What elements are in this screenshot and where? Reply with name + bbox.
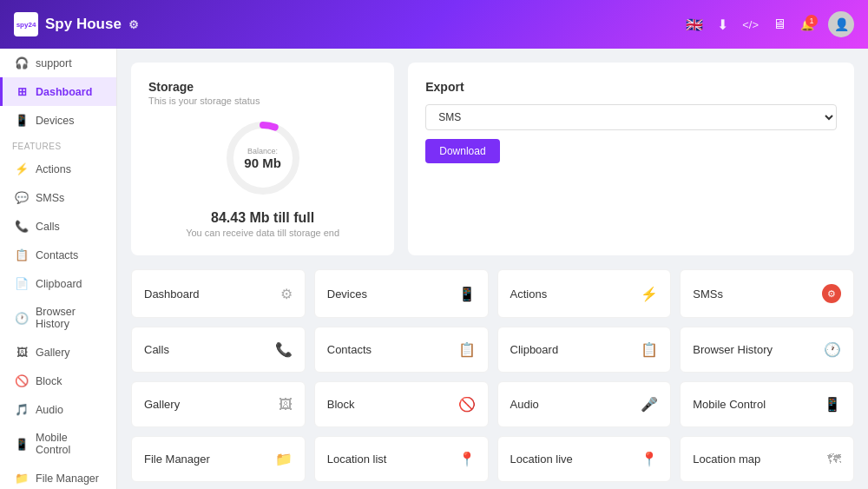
feature-card-location-live[interactable]: Location live 📍 xyxy=(497,436,672,482)
feature-card-smss[interactable]: SMSs ⚙ xyxy=(680,269,854,318)
dashboard-card-icon: ⚙ xyxy=(280,286,293,302)
file-manager-card-icon: 📁 xyxy=(275,451,293,467)
download-icon[interactable]: ⬇ xyxy=(717,17,728,33)
feature-card-actions[interactable]: Actions ⚡ xyxy=(497,269,672,318)
feature-card-location-list[interactable]: Location list 📍 xyxy=(314,436,489,482)
contacts-card-icon: 📋 xyxy=(458,341,476,358)
avatar-icon: 👤 xyxy=(834,17,849,31)
sidebar-item-audio[interactable]: 🎵 Audio xyxy=(0,395,116,424)
calls-card-icon: 📞 xyxy=(275,341,293,358)
feature-card-browser-history[interactable]: Browser History 🕐 xyxy=(680,327,854,373)
block-card-icon: 🚫 xyxy=(458,396,476,413)
sidebar-block-label: Block xyxy=(36,375,62,387)
export-select[interactable]: SMS Calls Contacts Browser History xyxy=(425,104,837,130)
gallery-icon: 🖼 xyxy=(15,346,29,359)
balance-label: Balance: xyxy=(244,147,281,155)
sidebar-item-mobile-control[interactable]: 📱 Mobile Control xyxy=(0,424,116,464)
location-map-card-icon: 🗺 xyxy=(827,452,841,467)
sidebar-item-clipboard[interactable]: 📄 Clipboard xyxy=(0,269,116,298)
sidebar-item-block[interactable]: 🚫 Block xyxy=(0,367,116,395)
header: spy24 Spy House ⚙ 🇬🇧 ⬇ </> 🖥 🔔 1 👤 xyxy=(0,0,868,49)
sidebar-dashboard-label: Dashboard xyxy=(36,86,92,98)
sidebar-item-devices[interactable]: 📱 Devices xyxy=(0,106,116,135)
sidebar: 🎧 support ⊞ Dashboard 📱 Devices FEATURES… xyxy=(0,49,117,489)
sidebar-item-smss[interactable]: 💬 SMSs xyxy=(0,183,116,212)
sidebar-item-dashboard[interactable]: ⊞ Dashboard xyxy=(0,77,116,106)
download-button[interactable]: Download xyxy=(425,139,499,163)
feature-card-clipboard[interactable]: Clipboard 📋 xyxy=(497,327,672,373)
calls-icon: 📞 xyxy=(15,220,29,233)
clipboard-card-icon: 📋 xyxy=(641,341,658,358)
sidebar-actions-label: Actions xyxy=(36,163,71,175)
storage-text: 84.43 Mb till full You can receive data … xyxy=(186,210,339,238)
features-section-label: FEATURES xyxy=(0,135,116,155)
devices-card-icon: 📱 xyxy=(458,286,476,302)
block-icon: 🚫 xyxy=(15,374,29,387)
sidebar-clipboard-label: Clipboard xyxy=(36,278,82,290)
sidebar-item-contacts[interactable]: 📋 Contacts xyxy=(0,241,116,269)
flag-icon[interactable]: 🇬🇧 xyxy=(686,17,703,33)
sidebar-item-support[interactable]: 🎧 support xyxy=(0,49,116,77)
export-title: Export xyxy=(425,80,837,94)
sidebar-file-manager-label: File Manager xyxy=(36,472,99,485)
sidebar-browser-history-label: Browser History xyxy=(36,306,104,330)
location-list-card-icon: 📍 xyxy=(458,451,476,467)
balance-value: 90 Mb xyxy=(244,155,281,170)
storage-card: Storage This is your storage status Bala… xyxy=(131,63,394,255)
header-gear-icon[interactable]: ⚙ xyxy=(128,18,139,31)
mb-full-text: 84.43 Mb till full xyxy=(186,210,339,226)
sidebar-contacts-label: Contacts xyxy=(36,249,78,261)
app-name: Spy House xyxy=(45,16,122,33)
browser-history-card-icon: 🕐 xyxy=(824,341,841,358)
top-cards-row: Storage This is your storage status Bala… xyxy=(131,63,854,255)
sidebar-support-label: support xyxy=(36,57,72,69)
receive-text: You can receive data till storage end xyxy=(186,228,339,238)
storage-visual: Balance: 90 Mb 84.43 Mb till full You ca… xyxy=(148,115,377,238)
sidebar-smss-label: SMSs xyxy=(36,192,64,204)
sidebar-item-file-manager[interactable]: 📁 File Manager xyxy=(0,464,116,489)
feature-card-file-manager[interactable]: File Manager 📁 xyxy=(131,436,306,482)
storage-title: Storage xyxy=(148,80,377,94)
sidebar-audio-label: Audio xyxy=(36,404,63,416)
feature-grid: Dashboard ⚙ Devices 📱 Actions ⚡ SMSs ⚙ C… xyxy=(131,269,854,489)
user-avatar[interactable]: 👤 xyxy=(828,11,854,37)
feature-card-audio[interactable]: Audio 🎤 xyxy=(497,381,672,427)
notification-bell[interactable]: 🔔 1 xyxy=(800,18,814,31)
storage-subtitle: This is your storage status xyxy=(148,96,377,106)
storage-donut: Balance: 90 Mb xyxy=(220,115,306,202)
sidebar-item-browser-history[interactable]: 🕐 Browser History xyxy=(0,298,116,338)
sidebar-calls-label: Calls xyxy=(36,221,60,233)
feature-card-location-map[interactable]: Location map 🗺 xyxy=(680,436,854,482)
sidebar-devices-label: Devices xyxy=(36,115,74,127)
location-live-card-icon: 📍 xyxy=(641,451,658,467)
mobile-control-card-icon: 📱 xyxy=(824,396,841,413)
file-manager-icon: 📁 xyxy=(15,472,29,485)
feature-card-calls[interactable]: Calls 📞 xyxy=(131,327,306,373)
sidebar-item-gallery[interactable]: 🖼 Gallery xyxy=(0,338,116,367)
notification-badge: 1 xyxy=(806,15,818,27)
logo-icon: spy24 xyxy=(14,12,38,36)
audio-card-icon: 🎤 xyxy=(641,396,658,413)
audio-icon: 🎵 xyxy=(15,403,29,416)
browser-history-icon: 🕐 xyxy=(15,312,29,325)
feature-card-dashboard[interactable]: Dashboard ⚙ xyxy=(131,269,306,318)
dashboard-icon: ⊞ xyxy=(15,85,29,98)
feature-card-contacts[interactable]: Contacts 📋 xyxy=(314,327,489,373)
feature-card-gallery[interactable]: Gallery 🖼 xyxy=(131,381,306,427)
support-icon: 🎧 xyxy=(15,56,29,69)
devices-icon: 📱 xyxy=(15,114,29,127)
feature-card-devices[interactable]: Devices 📱 xyxy=(314,269,489,318)
code-icon[interactable]: </> xyxy=(742,18,759,31)
monitor-icon[interactable]: 🖥 xyxy=(773,17,786,32)
sidebar-mobile-control-label: Mobile Control xyxy=(36,432,104,456)
smss-gear-badge: ⚙ xyxy=(822,284,841,303)
feature-card-mobile-control[interactable]: Mobile Control 📱 xyxy=(680,381,854,427)
feature-card-block[interactable]: Block 🚫 xyxy=(314,381,489,427)
sidebar-item-actions[interactable]: ⚡ Actions xyxy=(0,155,116,183)
sidebar-gallery-label: Gallery xyxy=(36,347,70,359)
export-select-row: SMS Calls Contacts Browser History xyxy=(425,104,837,130)
sidebar-item-calls[interactable]: 📞 Calls xyxy=(0,212,116,241)
actions-icon: ⚡ xyxy=(15,162,29,175)
header-actions: 🇬🇧 ⬇ </> 🖥 🔔 1 👤 xyxy=(686,11,854,37)
main-content: Storage This is your storage status Bala… xyxy=(117,49,868,489)
